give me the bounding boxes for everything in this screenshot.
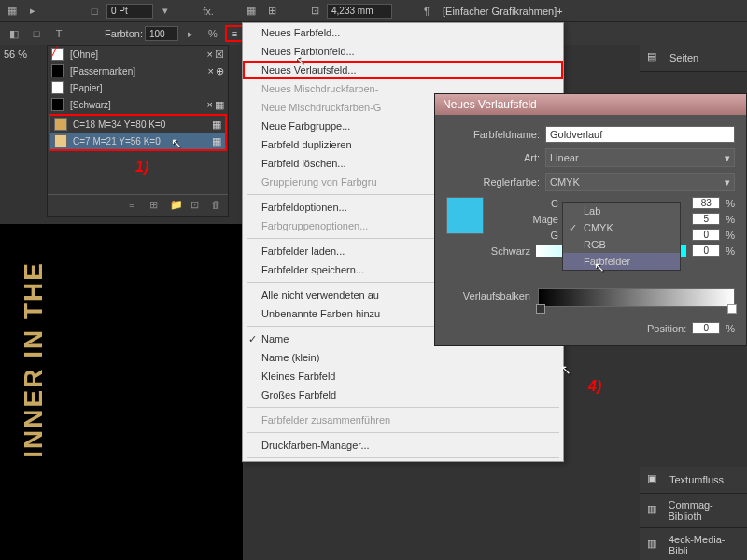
arrow-icon[interactable]: ▸ [24, 3, 41, 20]
color-preview [446, 197, 484, 234]
fill-tool-icon[interactable]: ◧ [4, 24, 24, 43]
farbton-input[interactable] [145, 26, 178, 41]
magenta-value[interactable] [692, 213, 720, 225]
align-icon[interactable]: ▦ [243, 3, 260, 20]
dialog-title: Neues Verlaufsfeld [435, 94, 746, 115]
panel-tab-commag[interactable]: ▥ Commag-Biblioth [640, 494, 747, 528]
library-icon: ▥ [647, 538, 661, 553]
dropdown-farbfelder[interactable]: Farbfelder [563, 253, 680, 270]
art-label: Art: [446, 152, 540, 163]
panel-menu-button[interactable]: ≡ [225, 25, 244, 42]
view-icon[interactable]: ⊞ [149, 199, 162, 212]
para-icon[interactable]: ¶ [418, 3, 435, 20]
menu-new-tint[interactable]: Neues Farbtonfeld... [243, 42, 563, 61]
percent-icon: % [203, 24, 223, 43]
swatch-chip: ╱ [51, 48, 64, 61]
percent-label: % [726, 323, 735, 334]
swatch-name: [Passermarken] [70, 66, 203, 77]
panel-tab-seiten[interactable]: ▤ Seiten [640, 45, 747, 72]
reglerfarbe-label: Reglerfarbe: [446, 176, 540, 188]
yellow-value[interactable] [692, 229, 720, 241]
swatch-row-paper[interactable]: [Papier] [48, 79, 228, 96]
panel-tab-4eck[interactable]: ▥ 4eck-Media-Bibli [640, 528, 747, 560]
zoom-level: 56 % [4, 49, 27, 60]
farbton-arrow-icon[interactable]: ▸ [180, 24, 201, 43]
reglerfarbe-select[interactable]: CMYK ▾ [545, 173, 735, 191]
percent-label: % [726, 198, 735, 209]
dropdown-icon[interactable]: ▾ [157, 3, 174, 20]
dropdown-lab[interactable]: Lab [563, 203, 680, 219]
stroke-weight-input[interactable] [106, 4, 153, 19]
new-icon[interactable]: ⊡ [190, 199, 204, 212]
menu-new-gradient[interactable]: Neues Verlaufsfeld... [243, 61, 563, 79]
stroke-tool-icon[interactable]: □ [26, 24, 47, 43]
menu-ink-manager[interactable]: Druckfarben-Manager... [243, 436, 563, 455]
reg-icon: ⊕ [216, 65, 224, 77]
frame-icon[interactable]: ⊡ [306, 3, 323, 20]
menu-small-swatch[interactable]: Kleines Farbfeld [243, 367, 563, 385]
percent-label: % [726, 245, 735, 257]
swatch-row-none[interactable]: ╱ [Ohne] ×☒ [48, 46, 228, 63]
chevron-down-icon: ▾ [725, 152, 730, 164]
position-value[interactable] [692, 322, 720, 334]
position-label: Position: [647, 323, 686, 334]
text-tool-icon[interactable]: T [49, 24, 69, 43]
gradient-stop-end[interactable] [727, 304, 737, 314]
top-toolbar: ▦ ▸ □ ▾ fx. ▦ ⊞ ⊡ ¶ [Einfacher Grafikrah… [0, 0, 747, 22]
schwarz-label: Schwarz [446, 245, 530, 257]
swatch-name: [Schwarz] [70, 100, 202, 110]
trash-icon[interactable]: 🗑 [211, 199, 224, 212]
gradient-stop-start[interactable] [536, 304, 545, 314]
list-icon[interactable]: ≡ [129, 199, 142, 212]
canvas-text: INNER IN THE [19, 261, 49, 458]
gradient-ramp[interactable] [538, 288, 735, 307]
menu-name-small[interactable]: Name (klein) [243, 348, 563, 367]
panel-tab-textumfluss[interactable]: ▣ Textumfluss [640, 467, 747, 494]
pages-icon: ▤ [647, 50, 662, 65]
lock-icon: × [208, 65, 214, 77]
reglerfarbe-dropdown: Lab CMYK RGB Farbfelder [562, 202, 681, 271]
stroke-icon[interactable]: □ [86, 3, 103, 20]
swatch-row-gold1[interactable]: C=18 M=34 Y=80 K=0 ▦ [50, 116, 225, 133]
swatch-chip [51, 98, 64, 111]
folder-icon[interactable]: 📁 [170, 199, 183, 212]
cmyk-icon: ▦ [212, 119, 221, 131]
cyan-value[interactable] [692, 197, 720, 209]
chevron-down-icon: ▾ [725, 176, 730, 189]
menu-separator [247, 432, 559, 433]
name-label: Farbfeldname: [446, 129, 540, 140]
annotation-4: 4) [588, 378, 601, 395]
annotation-1: 1) [135, 159, 148, 175]
dropdown-cmyk[interactable]: CMYK [563, 219, 680, 236]
lock-icon: × [207, 99, 213, 111]
grid-icon[interactable]: ⊞ [263, 3, 280, 20]
menu-large-swatch[interactable]: Großes Farbfeld [243, 385, 563, 404]
gradient-name-input[interactable] [545, 126, 735, 143]
doc-icon[interactable]: ▦ [4, 3, 21, 20]
art-select[interactable]: Linear ▾ [545, 148, 735, 167]
yellow-label: G [493, 230, 558, 241]
swatch-row-gold2[interactable]: C=7 M=21 Y=56 K=0 ▦ [50, 133, 225, 149]
hamburger-icon: ≡ [232, 28, 237, 39]
menu-separator [247, 407, 559, 408]
dropdown-rgb[interactable]: RGB [563, 236, 680, 253]
swatch-name: C=7 M=21 Y=56 K=0 [73, 136, 206, 147]
schwarz-value[interactable] [692, 245, 720, 257]
magenta-label: Mage [493, 214, 558, 225]
menu-merge: Farbfelder zusammenführen [243, 411, 563, 429]
library-icon: ▥ [647, 503, 661, 518]
swatch-chip [51, 64, 64, 77]
menu-new-swatch[interactable]: Neues Farbfeld... [243, 23, 563, 42]
mm-input[interactable] [327, 4, 392, 19]
panel-footer: ≡ ⊞ 📁 ⊡ 🗑 [48, 194, 228, 216]
cyan-label: C [493, 198, 558, 209]
fx-icon[interactable]: fx. [200, 3, 217, 20]
swatch-row-black[interactable]: [Schwarz] ×▦ [48, 96, 228, 113]
menu-separator [247, 457, 559, 458]
cmyk-icon: ▦ [215, 99, 224, 111]
frame-type-label[interactable]: [Einfacher Grafikrahmen]+ [443, 6, 563, 17]
swatch-row-registration[interactable]: [Passermarken] ×⊕ [48, 63, 228, 79]
swatch-chip [54, 134, 67, 147]
none-icon: ☒ [215, 49, 224, 61]
swatch-name: [Papier] [70, 83, 224, 93]
